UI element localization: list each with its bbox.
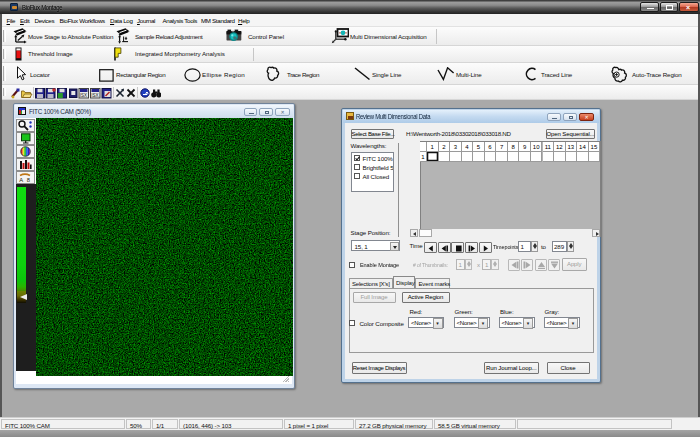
svg-text:A: A xyxy=(19,177,23,183)
svg-text:8: 8 xyxy=(27,177,30,183)
svg-text:ISX: ISX xyxy=(80,93,87,98)
svg-text:ISX: ISX xyxy=(91,93,98,98)
